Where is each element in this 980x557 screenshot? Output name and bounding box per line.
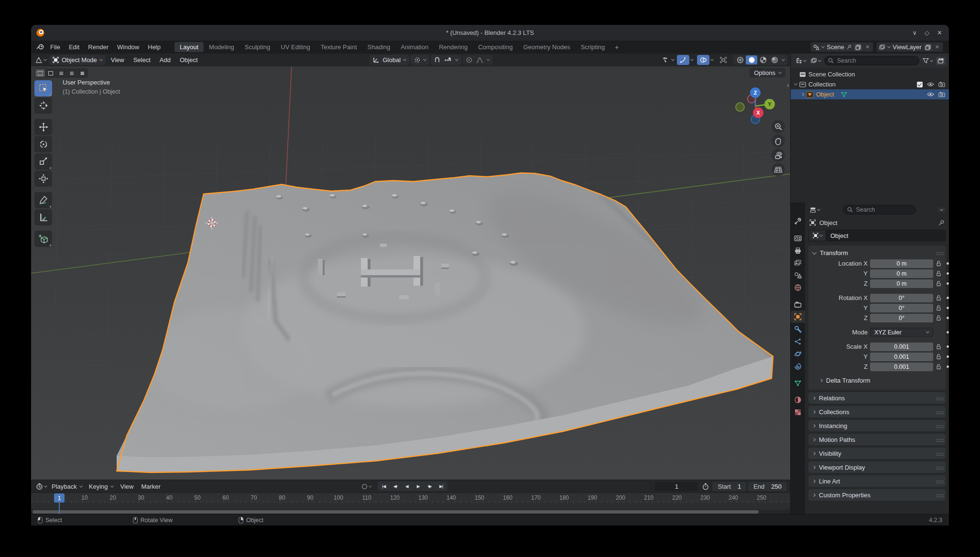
panel-grip[interactable] (936, 425, 937, 426)
gizmos-dropdown-icon[interactable] (690, 58, 694, 61)
camera-view-button[interactable] (772, 149, 785, 162)
lock-open-icon[interactable] (936, 280, 942, 287)
tab-shading[interactable]: Shading (362, 42, 396, 52)
proportional-edit-icon[interactable] (466, 57, 472, 63)
current-frame-field[interactable]: 1 (655, 482, 698, 491)
section-instancing[interactable]: Instancing (808, 420, 946, 431)
new-collection-button[interactable] (936, 57, 946, 65)
sidebar-collapse-icon[interactable]: ‹ (787, 81, 789, 89)
minimize-icon[interactable]: ∨ (913, 29, 917, 36)
location-y-field[interactable]: 0 m (870, 269, 933, 278)
3d-viewport[interactable]: Object Mode View Select Add Object Globa… (31, 54, 790, 480)
section-visibility[interactable]: Visibility (808, 448, 946, 459)
outliner-display-mode-dropdown[interactable] (794, 57, 807, 65)
menu-file[interactable]: File (46, 41, 65, 54)
options-dropdown[interactable]: Options (750, 68, 785, 77)
play-button[interactable]: ▶ (413, 482, 424, 491)
animate-dot-icon[interactable] (947, 365, 949, 368)
animate-dot-icon[interactable] (947, 355, 949, 358)
scene-selector[interactable]: Scene ✕ (810, 42, 873, 52)
timeline-editor-type-icon[interactable] (34, 482, 48, 491)
disable-render-camera-icon[interactable] (938, 82, 945, 87)
animate-dot-icon[interactable] (947, 331, 949, 333)
animate-dot-icon[interactable] (947, 345, 949, 348)
breadcrumb-label[interactable]: Object (819, 219, 838, 226)
new-scene-button[interactable] (854, 44, 862, 51)
blender-menu-icon[interactable] (35, 43, 46, 51)
tool-move[interactable] (34, 119, 52, 135)
tab-scene[interactable] (791, 269, 805, 281)
scale-z-field[interactable]: 0.001 (870, 363, 933, 371)
lock-open-icon[interactable] (936, 260, 942, 267)
playhead[interactable]: 1 (54, 493, 65, 503)
outliner-row-collection[interactable]: Collection (791, 79, 949, 89)
add-workspace-button[interactable]: + (610, 43, 623, 51)
transform-panel-header[interactable]: Transform (808, 247, 946, 258)
shading-rendered-button[interactable] (769, 55, 780, 64)
tab-compositing[interactable]: Compositing (473, 42, 518, 52)
delta-transform-section[interactable]: Delta Transform (808, 375, 946, 386)
panel-grip[interactable] (936, 494, 937, 495)
frame-end-field[interactable]: End 250 (748, 482, 787, 491)
viewport-menu-add[interactable]: Add (156, 56, 174, 64)
outliner-filter-id-dropdown[interactable] (809, 57, 822, 64)
tool-annotate[interactable] (34, 192, 52, 208)
select-mode-new-icon[interactable] (35, 69, 45, 77)
tab-render[interactable] (791, 232, 805, 244)
tab-material[interactable] (791, 394, 805, 406)
section-collections[interactable]: Collections (808, 406, 946, 418)
gizmo-minus-y-ball[interactable] (736, 103, 744, 111)
timeline-view-menu[interactable]: View (117, 483, 138, 490)
tab-collection[interactable] (791, 298, 805, 311)
tab-world[interactable] (791, 281, 805, 294)
maximize-icon[interactable]: ◇ (925, 29, 929, 36)
properties-search-input[interactable] (843, 205, 916, 214)
timeline-marker-menu[interactable]: Marker (137, 483, 164, 490)
section-line-art[interactable]: Line Art (808, 475, 946, 487)
panel-grip[interactable] (936, 252, 937, 253)
play-reverse-button[interactable]: ◀ (401, 482, 413, 491)
viewport-menu-select[interactable]: Select (130, 56, 154, 64)
tab-uv-editing[interactable]: UV Editing (275, 42, 315, 52)
animate-dot-icon[interactable] (947, 282, 949, 285)
pan-hand-button[interactable] (772, 134, 785, 148)
pin-icon[interactable] (847, 44, 852, 50)
shading-material-button[interactable] (757, 55, 769, 64)
tab-rendering[interactable]: Rendering (434, 42, 473, 52)
section-motion-paths[interactable]: Motion Paths (808, 434, 946, 445)
new-viewlayer-button[interactable] (924, 44, 932, 51)
panel-grip[interactable] (936, 453, 937, 454)
shading-solid-button[interactable] (746, 55, 757, 64)
tab-modeling[interactable]: Modeling (204, 42, 240, 52)
pin-icon[interactable] (938, 220, 945, 226)
stopwatch-icon[interactable] (701, 482, 710, 491)
gizmos-toggle[interactable] (677, 55, 689, 65)
jump-to-end-button[interactable]: ▶| (436, 482, 447, 491)
lock-open-icon[interactable] (936, 270, 942, 277)
animate-dot-icon[interactable] (947, 307, 949, 309)
collection-checkbox[interactable] (917, 82, 923, 87)
panel-grip[interactable] (936, 481, 937, 482)
tab-object-data[interactable] (791, 377, 805, 389)
viewlayer-selector[interactable]: ViewLayer ✕ (876, 42, 943, 52)
object-id-icon[interactable] (808, 230, 826, 241)
expand-chevron-icon[interactable] (801, 93, 804, 96)
magnet-icon[interactable] (434, 57, 440, 63)
lock-open-icon[interactable] (936, 295, 942, 301)
rotation-x-field[interactable]: 0° (870, 294, 933, 302)
section-viewport-display[interactable]: Viewport Display (808, 461, 946, 473)
expand-chevron-icon[interactable] (794, 82, 797, 86)
auto-keying-toggle[interactable] (360, 482, 373, 491)
timeline-ruler[interactable]: 1 10203040506070809010011012013014015016… (31, 493, 790, 503)
menu-edit[interactable]: Edit (65, 41, 84, 54)
tab-sculpting[interactable]: Sculpting (240, 42, 275, 52)
keying-menu[interactable]: Keying (86, 483, 117, 490)
disable-render-camera-icon[interactable] (938, 92, 945, 97)
lock-open-icon[interactable] (936, 315, 942, 321)
jump-to-start-button[interactable]: |◀ (378, 482, 390, 491)
tab-geometry-nodes[interactable]: Geometry Nodes (518, 42, 575, 52)
terrain-mesh-object[interactable] (117, 169, 773, 472)
editor-type-icon[interactable] (34, 56, 48, 64)
animate-dot-icon[interactable] (947, 317, 949, 319)
tab-output[interactable] (791, 244, 805, 257)
